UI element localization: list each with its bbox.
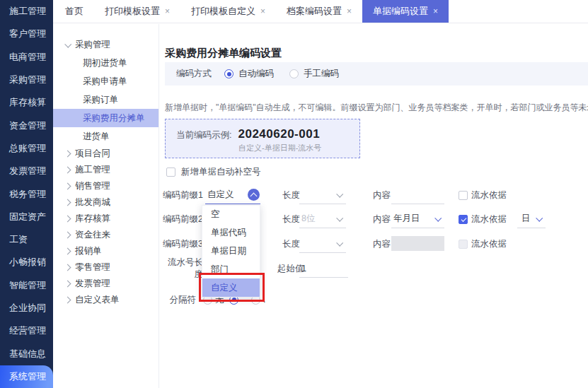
sidebar-item-operation[interactable]: 经营管理 [0, 319, 53, 342]
tree-node-wholesale[interactable]: 批发商城 [53, 194, 158, 211]
prefix1-dropdown-menu: 空 单据代码 单据日期 部门 自定义 [202, 205, 260, 298]
sidebar-item-funds[interactable]: 资金管理 [0, 114, 53, 136]
sidebar-item-purchase[interactable]: 采购管理 [0, 69, 53, 91]
current-code-example-box: 当前编码示例: 20240620-001 自定义-单据日期-流水号 [165, 119, 360, 158]
autofill-checkbox[interactable] [166, 167, 175, 177]
tree-node-sales[interactable]: 销售管理 [53, 178, 158, 194]
tab-archive-coding[interactable]: 档案编码设置 × [276, 0, 362, 23]
dropdown-option-custom[interactable]: 自定义 [202, 278, 260, 297]
sidebar-item-construction[interactable]: 施工管理 [0, 0, 53, 23]
tab-print-template-settings[interactable]: 打印模板设置 × [94, 0, 180, 23]
prefix2-length-select[interactable]: 8位 [299, 210, 346, 228]
tree-node-expense[interactable]: 报销单 [53, 243, 158, 259]
tab-document-coding[interactable]: 单据编码设置 × [362, 0, 449, 23]
prefix1-serial-checkbox[interactable] [459, 191, 468, 200]
prefix1-content-label: 内容 [373, 189, 391, 201]
sidebar-item-ecommerce[interactable]: 电商管理 [0, 46, 53, 69]
collapse-dropdown-button[interactable] [248, 189, 260, 201]
close-icon[interactable]: × [165, 7, 170, 16]
tree-node-project-contract[interactable]: 项目合同 [53, 146, 158, 162]
page-title: 采购费用分摊单编码设置 [165, 47, 282, 60]
start-value-input[interactable]: 1 [299, 259, 348, 278]
prefix2-length-label: 长度 [282, 213, 300, 225]
prefix3-serial-checkbox [459, 240, 468, 249]
serial-unit-select[interactable]: 日 [517, 210, 546, 228]
sidebar-item-customer[interactable]: 客户管理 [0, 23, 53, 45]
tree-node-label: 自定义表单 [75, 294, 120, 306]
prefix1-value: 自定义 [207, 189, 234, 201]
tree-item-initial-purchase[interactable]: 期初进货单 [53, 54, 158, 72]
prefix1-length-label: 长度 [282, 189, 300, 201]
tree-node-label: 销售管理 [75, 180, 110, 192]
prefix2-content-value: 年月日 [393, 213, 420, 225]
prefix1-length-select[interactable] [299, 186, 346, 204]
module-sidebar: 施工管理 客户管理 电商管理 采购管理 库存核算 资金管理 总账管理 发票管理 … [0, 0, 53, 388]
prefix2-serial-checkbox[interactable] [459, 215, 468, 224]
tab-label: 打印模板设置 [105, 5, 160, 18]
tree-item-purchase-request[interactable]: 采购申请单 [53, 72, 158, 90]
coding-rule-description: 新增单据时，"单据编码"自动生成，不可编辑。前缀设置为部门、业务员等档案类，开单… [165, 102, 588, 114]
tree-node-invoice[interactable]: 发票管理 [53, 276, 158, 292]
manual-coding-radio[interactable] [289, 69, 299, 78]
tree-item-purchase-order[interactable]: 采购订单 [53, 90, 158, 109]
start-value: 1 [301, 264, 306, 274]
sidebar-item-system[interactable]: 系统管理 [0, 365, 53, 388]
tree-node-purchase[interactable]: 采购管理 [53, 35, 158, 54]
prefix2-length-placeholder: 8位 [301, 213, 315, 225]
tree-node-inventory[interactable]: 库存核算 [53, 211, 158, 227]
sidebar-item-tax[interactable]: 税务管理 [0, 182, 53, 205]
dropdown-option-empty[interactable]: 空 [202, 206, 260, 224]
tree-node-custom-form[interactable]: 自定义表单 [53, 292, 158, 308]
sidebar-item-inventory[interactable]: 库存核算 [0, 91, 53, 114]
tree-node-label: 资金往来 [75, 229, 110, 241]
tree-node-label: 库存核算 [75, 213, 110, 225]
dropdown-option-doc-date[interactable]: 单据日期 [202, 242, 260, 261]
dropdown-option-doc-code[interactable]: 单据代码 [202, 224, 260, 242]
close-icon[interactable]: × [433, 7, 438, 16]
close-icon[interactable]: × [347, 7, 352, 16]
tab-label: 打印模板自定义 [191, 5, 255, 18]
chevron-right-icon [64, 199, 71, 206]
tree-node-label: 采购管理 [75, 39, 110, 51]
tree-item-purchase-cost-allocation[interactable]: 采购费用分摊单 [53, 109, 158, 127]
tree-node-funds[interactable]: 资金往来 [53, 227, 158, 243]
chevron-right-icon [64, 264, 71, 271]
sidebar-item-reimburse[interactable]: 小畅报销 [0, 251, 53, 274]
chevron-right-icon [64, 216, 71, 223]
tree-node-label: 发票管理 [75, 278, 110, 290]
tab-bar: 首页 打印模板设置 × 打印模板自定义 × 档案编码设置 × 单据编码设置 × [53, 0, 588, 23]
tree-node-label: 零售管理 [75, 261, 110, 274]
tab-print-template-custom[interactable]: 打印模板自定义 × [180, 0, 276, 23]
sidebar-item-salary[interactable]: 工资 [0, 228, 53, 251]
prefix1-content-input[interactable] [391, 186, 444, 204]
sidebar-item-invoice[interactable]: 发票管理 [0, 160, 53, 182]
sidebar-item-ledger[interactable]: 总账管理 [0, 137, 53, 160]
chevron-down-icon [64, 40, 71, 47]
prefix1-label: 编码前缀1 [160, 189, 203, 201]
prefix2-content-label: 内容 [373, 213, 391, 225]
chevron-down-icon [536, 215, 543, 222]
prefix2-label: 编码前缀2 [160, 213, 203, 225]
tab-label: 单据编码设置 [373, 5, 428, 18]
close-icon[interactable]: × [260, 7, 265, 16]
serial-length-label: 流水号长度 [160, 257, 203, 281]
sidebar-item-collaboration[interactable]: 企业协同 [0, 297, 53, 319]
sidebar-item-basic-info[interactable]: 基础信息 [0, 342, 53, 365]
coding-method-bar: 编码方式 自动编码 手工编码 [165, 62, 588, 86]
prefix3-length-select[interactable] [299, 235, 346, 253]
manual-coding-label: 手工编码 [304, 68, 339, 80]
tree-item-goods-receipt[interactable]: 进货单 [53, 127, 158, 146]
tree-node-label: 项目合同 [75, 148, 110, 160]
tab-home[interactable]: 首页 [54, 0, 94, 23]
auto-coding-radio[interactable] [224, 69, 234, 78]
sidebar-item-fixed-assets[interactable]: 固定资产 [0, 206, 53, 228]
dropdown-option-department[interactable]: 部门 [202, 260, 260, 278]
tab-label: 首页 [65, 5, 83, 18]
tree-node-construction[interactable]: 施工管理 [53, 162, 158, 178]
chevron-right-icon [64, 183, 71, 190]
sidebar-item-smart[interactable]: 智能管理 [0, 274, 53, 297]
prefix2-content-select[interactable]: 年月日 [391, 210, 444, 228]
chevron-down-icon [336, 191, 343, 198]
tree-node-retail[interactable]: 零售管理 [53, 259, 158, 276]
auto-coding-label: 自动编码 [238, 68, 274, 80]
